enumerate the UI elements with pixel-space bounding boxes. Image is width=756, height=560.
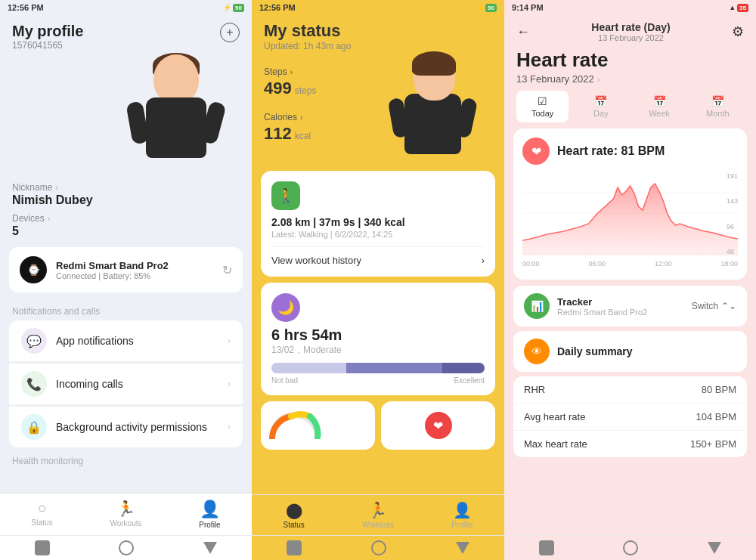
steps-area: Steps › 499 steps	[264, 67, 316, 98]
divider-1	[18, 362, 234, 363]
battery-3: 35	[737, 4, 748, 12]
status-nav-icon: ○	[37, 500, 46, 517]
time-2: 12:56 PM	[259, 3, 296, 12]
tracker-info: Tracker Redmi Smart Band Pro2	[557, 296, 684, 317]
background-permissions-icon: 🔒	[21, 414, 47, 440]
calories-label-row[interactable]: Calories ›	[264, 112, 311, 122]
avatar-body	[146, 97, 206, 158]
hr-chart: 191 143 96 48 00:00 06:00 12:00 18:00	[522, 172, 738, 271]
s-hair	[412, 51, 456, 76]
background-permissions-item[interactable]: 🔒 Background activity permissions ›	[9, 407, 243, 447]
nickname-chevron-icon: ›	[55, 184, 57, 192]
heart-rate-date-row[interactable]: 13 February 2022 ›	[504, 72, 756, 91]
workouts-nav-icon: 🏃	[116, 500, 135, 518]
android-nav-1	[0, 535, 252, 560]
nav-profile-2[interactable]: 👤 Profile	[420, 495, 504, 535]
p3-header: ← Heart rate (Day) 13 February 2022 ⚙	[504, 15, 756, 48]
background-permissions-label: Background activity permissions	[56, 421, 218, 433]
recent-nav-btn-3[interactable]	[708, 542, 721, 554]
tab-month[interactable]: 📅 Month	[692, 91, 744, 122]
status-bar-1: 12:56 PM ⚡ 90	[0, 0, 252, 15]
workouts-nav-icon-2: 🏃	[368, 501, 387, 519]
health-section-label: Health monitoring	[0, 448, 252, 469]
nav-workouts-2[interactable]: 🏃 Workouts	[336, 495, 420, 535]
p3-title-main: Heart rate (Day)	[591, 21, 670, 33]
daily-summary-label: Daily summary	[557, 345, 633, 357]
sleep-date: 13/02，Moderate	[271, 344, 485, 357]
nav-workouts-1[interactable]: 🏃 Workouts	[84, 493, 168, 535]
status-bar-2: 12:56 PM ⚡ 90	[252, 0, 504, 15]
tracker-row: 📊 Tracker Redmi Smart Band Pro2 Switch ⌃…	[513, 286, 747, 326]
sleep-bar-labels: Not bad Excellent	[271, 376, 485, 385]
user-id: 1576041565	[12, 40, 83, 51]
profile-nav-icon-2: 👤	[453, 501, 472, 519]
avg-hr-row: Avg heart rate 104 BPM	[513, 404, 747, 431]
sleep-card: 🌙 6 hrs 54m 13/02，Moderate Not bad Excel…	[261, 283, 495, 395]
recent-nav-btn-1[interactable]	[203, 542, 217, 554]
profile-info: Nickname › Nimish Dubey Devices › 5	[0, 179, 252, 241]
switch-chevron-icon: ⌃⌄	[721, 301, 736, 311]
devices-row[interactable]: Devices ›	[12, 213, 240, 224]
back-nav-btn-2[interactable]	[371, 540, 386, 555]
y-label-191: 191	[727, 172, 738, 180]
daily-summary-icon: 👁	[524, 339, 550, 364]
back-button[interactable]: ←	[516, 24, 530, 40]
tab-today[interactable]: ☑ Today	[516, 91, 569, 122]
steps-value: 499	[264, 79, 292, 98]
recent-nav-btn-2[interactable]	[456, 542, 469, 554]
tab-day[interactable]: 📅 Day	[575, 91, 627, 122]
sync-button[interactable]: ↻	[222, 263, 232, 277]
stats-list: RHR 80 BPM Avg heart rate 104 BPM Max he…	[513, 376, 747, 457]
tracker-switch-button[interactable]: Switch ⌃⌄	[692, 301, 736, 311]
avg-hr-value: 104 BPM	[696, 411, 736, 422]
nav-status-2[interactable]: ⬤ Status	[252, 495, 336, 535]
steps-label-row[interactable]: Steps ›	[264, 67, 316, 77]
avatar-head	[153, 54, 199, 104]
back-nav-btn-1[interactable]	[119, 540, 134, 555]
home-nav-btn-2[interactable]	[287, 540, 302, 555]
time-3: 9:14 PM	[512, 3, 544, 12]
settings-icon: ⚙	[732, 24, 744, 39]
nav-status-1[interactable]: ○ Status	[0, 493, 84, 535]
sleep-seg-deep	[442, 363, 485, 373]
status-icons-2: ⚡ 90	[476, 4, 497, 12]
app-notifications-item[interactable]: 💬 App notifications ›	[9, 320, 243, 361]
activity-card	[261, 401, 375, 450]
home-nav-btn-1[interactable]	[35, 540, 50, 555]
incoming-calls-icon: 📞	[21, 371, 47, 397]
heart-rate-title: Heart rate	[516, 48, 744, 72]
calories-value: 112	[264, 124, 292, 144]
day-tab-icon: 📅	[594, 95, 607, 107]
heart-card: ❤	[381, 401, 495, 450]
tab-month-label: Month	[706, 109, 730, 118]
panel-status: 12:56 PM ⚡ 90 My status Updated: 1h 43m …	[252, 0, 504, 560]
max-hr-label: Max heart rate	[524, 438, 587, 450]
hr-value-row: ❤ Heart rate: 81 BPM	[522, 138, 738, 165]
status-title: My status	[264, 21, 492, 41]
tab-week[interactable]: 📅 Week	[634, 91, 686, 122]
home-nav-btn-3[interactable]	[539, 540, 554, 555]
avg-hr-label: Avg heart rate	[524, 411, 585, 422]
nickname-value: Nimish Dubey	[12, 193, 240, 207]
avatar	[123, 51, 244, 179]
bottom-cards-row: ❤	[261, 401, 495, 450]
steps-value-row: 499 steps	[264, 79, 316, 98]
device-status: Connected | Battery: 85%	[56, 271, 213, 280]
nav-profile-1[interactable]: 👤 Profile	[168, 493, 252, 535]
add-profile-button[interactable]: +	[220, 23, 240, 42]
settings-button[interactable]: ⚙	[732, 23, 744, 40]
view-history-button[interactable]: View workout history ›	[271, 246, 485, 266]
date-chevron-icon: ›	[597, 75, 600, 84]
x-label-1800: 18:00	[720, 260, 738, 268]
max-hr-value: 150+ BPM	[690, 438, 736, 450]
back-nav-btn-3[interactable]	[623, 540, 638, 555]
sleep-duration: 6 hrs 54m	[271, 326, 485, 344]
hr-heart-icon: ❤	[522, 138, 550, 165]
tab-week-label: Week	[649, 109, 670, 118]
workout-card: 🚶 2.08 km | 37m 9s | 340 kcal Latest: Wa…	[261, 171, 495, 277]
panel-profile: 12:56 PM ⚡ 90 My profile 1576041565 + Ni…	[0, 0, 252, 560]
sleep-seg-light	[271, 363, 346, 373]
x-label-0000: 00:00	[522, 260, 540, 268]
nickname-row[interactable]: Nickname ›	[12, 182, 240, 193]
incoming-calls-item[interactable]: 📞 Incoming calls ›	[9, 364, 243, 404]
